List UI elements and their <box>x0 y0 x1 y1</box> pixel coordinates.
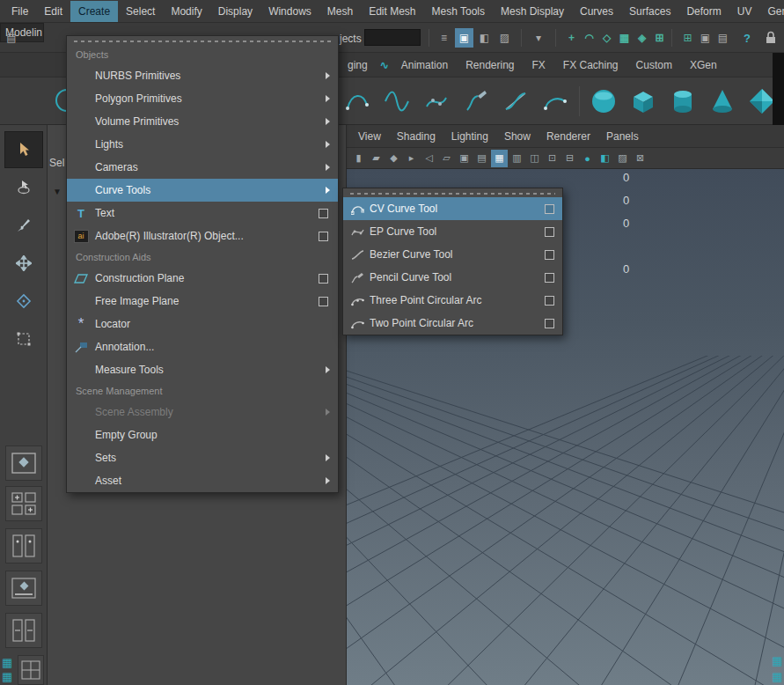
lock-icon[interactable] <box>765 30 777 48</box>
menu-select[interactable]: Select <box>118 1 163 22</box>
menu-file[interactable]: File <box>4 1 36 22</box>
layout-grid-icon[interactable]: ▦ <box>2 671 12 683</box>
menu-item-empty-group[interactable]: Empty Group <box>67 424 338 446</box>
scale-tool-button[interactable] <box>4 320 43 357</box>
shelf-tab-curve-icon[interactable]: ∿ <box>377 59 392 71</box>
select-by-name-field[interactable] <box>364 29 421 46</box>
textured-mode-icon[interactable]: ◧ <box>597 150 613 167</box>
menu-mesh-tools[interactable]: Mesh Tools <box>424 1 493 22</box>
menu-item-ep-curve-tool[interactable]: EP Curve Tool <box>343 220 562 243</box>
menu-item-cameras[interactable]: Cameras <box>67 156 338 179</box>
shelf-tab-fx[interactable]: FX <box>524 54 554 77</box>
file-icon[interactable]: ▤ <box>3 29 20 47</box>
option-box[interactable] <box>545 250 554 260</box>
menu-item-locator[interactable]: *Locator <box>67 313 338 335</box>
menu-item-sets[interactable]: Sets <box>67 446 338 469</box>
help-icon[interactable]: ? <box>739 28 755 48</box>
menu-mesh-display[interactable]: Mesh Display <box>493 1 572 22</box>
menu-surfaces[interactable]: Surfaces <box>621 1 678 22</box>
menu-item-adobe-illustrator-object[interactable]: aiAdobe(R) Illustrator(R) Object... <box>67 225 338 247</box>
option-box[interactable] <box>545 319 554 328</box>
poly-cone-shelf-icon[interactable] <box>707 85 738 117</box>
shelf-tab-xgen[interactable]: XGen <box>681 54 726 77</box>
two-d-pan-icon[interactable]: ▱ <box>438 150 455 167</box>
panel-dropdown-icon[interactable]: ▼ <box>53 187 62 196</box>
viewport-menu-shading[interactable]: Shading <box>389 126 443 147</box>
snap-to-point-icon[interactable]: ◇ <box>598 28 615 48</box>
menu-item-free-image-plane[interactable]: Free Image Plane <box>67 290 338 313</box>
option-box[interactable] <box>319 297 328 306</box>
menu-item-text[interactable]: TText <box>67 202 338 225</box>
selection-mask-dropdown[interactable]: jects <box>340 33 362 45</box>
viewport-menu-panels[interactable]: Panels <box>598 126 647 147</box>
menu-windows[interactable]: Windows <box>260 1 319 22</box>
select-camera-icon[interactable]: ▮ <box>350 150 367 167</box>
select-hierarchy-mode-button[interactable]: ≡ <box>435 28 453 48</box>
option-box[interactable] <box>319 232 328 241</box>
menu-curves[interactable]: Curves <box>572 1 621 22</box>
field-chart-icon[interactable]: ⊟ <box>561 150 578 167</box>
menu-item-construction-plane[interactable]: Construction Plane <box>67 267 338 290</box>
menu-modify[interactable]: Modify <box>163 1 209 22</box>
menu-item-three-point-circular-arc[interactable]: Three Point Circular Arc <box>343 289 562 312</box>
quick-layout-two-pane-stacked-button[interactable] <box>5 613 42 648</box>
shelf-tab-rendering[interactable]: Rendering <box>457 54 523 77</box>
lasso-tool-button[interactable] <box>4 169 43 206</box>
menu-generate[interactable]: Gen <box>759 1 784 22</box>
film-gate-icon[interactable]: ▥ <box>509 150 525 167</box>
menu-uv[interactable]: UV <box>729 1 760 22</box>
cv-curve-shelf-icon[interactable] <box>341 85 373 117</box>
menu-item-polygon-primitives[interactable]: Polygon Primitives <box>67 87 338 110</box>
menu-edit-mesh[interactable]: Edit Mesh <box>361 1 423 22</box>
snap-to-plane-icon[interactable]: ▦ <box>616 28 633 48</box>
xray-icon[interactable]: ⊠ <box>632 150 648 167</box>
paint-select-tool-button[interactable] <box>4 207 43 244</box>
quick-layout-single-pane-button[interactable] <box>5 446 42 481</box>
shaded-mode-icon[interactable]: ● <box>579 150 596 167</box>
menu-display[interactable]: Display <box>210 1 260 22</box>
render-icon[interactable]: ▣ <box>697 28 714 48</box>
quick-layout-two-pane-side-button[interactable] <box>5 528 42 563</box>
image-plane-icon[interactable]: ◁ <box>421 150 437 167</box>
ep-curve-shelf-icon[interactable] <box>421 85 452 117</box>
viewport-menu-renderer[interactable]: Renderer <box>539 126 598 147</box>
select-component-mode-button[interactable]: ◧ <box>475 28 494 48</box>
menu-item-annotation[interactable]: Annotation... <box>67 335 338 358</box>
shelf-tab-rigging[interactable]: ging <box>339 54 377 77</box>
view-cube-icon[interactable]: ▤ <box>473 150 490 167</box>
bookmark-icon[interactable]: ▸ <box>403 150 420 167</box>
menu-item-measure-tools[interactable]: Measure Tools <box>67 358 338 381</box>
menu-deform[interactable]: Deform <box>678 1 729 22</box>
viewport-menu-show[interactable]: Show <box>496 126 539 147</box>
panel-toggle-icon[interactable]: ▦ <box>772 671 782 683</box>
viewport-menu-lighting[interactable]: Lighting <box>443 126 496 147</box>
panel-toggle-icon[interactable]: ▦ <box>772 655 782 667</box>
resolution-gate-icon[interactable]: ◫ <box>526 150 543 167</box>
quick-layout-persp-outliner-button[interactable] <box>5 571 42 606</box>
ipr-render-icon[interactable]: ▤ <box>714 28 731 48</box>
quick-layout-four-pane-button[interactable] <box>5 486 42 521</box>
shelf-tab-fx-caching[interactable]: FX Caching <box>554 54 627 77</box>
option-box[interactable] <box>319 209 328 218</box>
shelf-tab-custom[interactable]: Custom <box>627 54 681 77</box>
lock-camera-icon[interactable]: ▰ <box>368 150 385 167</box>
mask-options-dropdown-icon[interactable]: ▾ <box>528 28 549 48</box>
option-box[interactable] <box>545 273 554 283</box>
rotate-tool-button[interactable] <box>4 283 43 320</box>
menu-item-curve-tools[interactable]: Curve Tools <box>67 179 338 202</box>
poly-cube-shelf-icon[interactable] <box>627 85 659 117</box>
pencil-curve-shelf-icon[interactable] <box>460 85 492 117</box>
menu-item-two-point-circular-arc[interactable]: Two Point Circular Arc <box>343 312 562 335</box>
snap-to-grid-icon[interactable]: + <box>563 28 580 48</box>
construction-history-icon[interactable]: ⊞ <box>679 28 696 48</box>
grid-toggle-icon[interactable]: ▦ <box>491 150 508 167</box>
snap-to-curve-icon[interactable]: ◠ <box>581 28 597 48</box>
option-box[interactable] <box>545 204 554 214</box>
menu-item-nurbs-primitives[interactable]: NURBS Primitives <box>67 64 338 87</box>
wireframe-on-shaded-icon[interactable]: ▨ <box>614 150 631 167</box>
select-object-mode-button[interactable]: ▣ <box>455 28 473 48</box>
layout-grid-icon[interactable]: ▦ <box>2 657 12 669</box>
shelf-tab-animation[interactable]: Animation <box>392 54 457 77</box>
make-live-icon[interactable]: ◈ <box>634 28 650 48</box>
select-tool-button[interactable] <box>4 131 43 168</box>
